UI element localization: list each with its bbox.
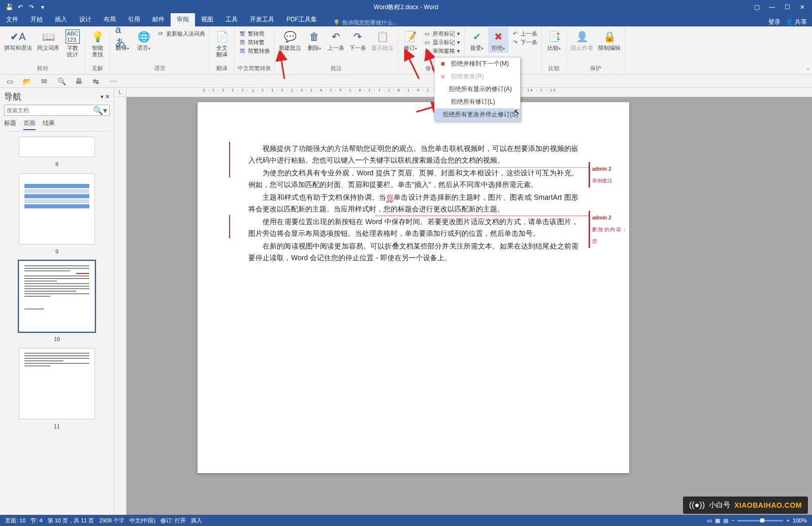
prev-comment-button[interactable]: ↶上一条	[326, 27, 346, 52]
nav-tab-results[interactable]: 结果	[43, 119, 55, 130]
thumb-page-9[interactable]	[19, 173, 95, 244]
collapse-ribbon-icon[interactable]: ⌃	[806, 68, 810, 73]
word-count-button[interactable]: ABC123字数统计	[62, 27, 83, 59]
share-button[interactable]: 👤 共享	[786, 18, 807, 26]
reject-all-stop-tracking[interactable]: 拒绝所有更改并停止修订(S)	[435, 108, 520, 121]
maximize-icon[interactable]: ☐	[781, 4, 794, 11]
status-track[interactable]: 修订: 打开	[160, 517, 186, 524]
thumb-page-10[interactable]	[19, 261, 95, 332]
brand-name: 小白号	[709, 501, 730, 510]
reject-change[interactable]: ✖拒绝更改(R)	[435, 70, 520, 83]
mail-icon[interactable]: ✉	[40, 77, 49, 86]
nav-dropdown-icon[interactable]: ▾ ✕	[101, 94, 110, 100]
view-web-icon[interactable]: ▤	[723, 517, 728, 524]
reject-button[interactable]: ✖拒绝	[488, 27, 508, 53]
view-print-icon[interactable]: ▦	[715, 517, 720, 524]
status-section[interactable]: 节: 4	[30, 517, 42, 524]
thumb-page-11[interactable]	[19, 348, 95, 419]
vertical-ruler[interactable]	[114, 97, 126, 515]
close-icon[interactable]: ✕	[796, 4, 809, 11]
translate-button[interactable]: aあ翻译	[112, 27, 133, 53]
reject-all[interactable]: 拒绝所有修订(L)	[435, 96, 520, 108]
document-area[interactable]: 视频提供了功能强大的方法帮助您证明您的观点。当您单击联机视频时，可以在想要添加的…	[126, 97, 812, 515]
nav-search-input[interactable]	[7, 107, 93, 113]
toggle-icon[interactable]: ↹	[91, 77, 101, 86]
status-page-of[interactable]: 第 10 页，共 11 页	[48, 517, 94, 524]
tell-me-search[interactable]: 💡 告诉我您想要做什么...	[333, 19, 397, 26]
reject-move-next[interactable]: ✖拒绝并移到下一个(M)	[435, 57, 520, 70]
comment-balloon-1[interactable]: admin 2举例批注	[589, 162, 614, 188]
reject-all-shown[interactable]: 拒绝所有显示的修订(A)	[435, 83, 520, 96]
delete-comment-button[interactable]: 🗑删除	[304, 27, 324, 53]
print-icon[interactable]: 🖶	[74, 77, 83, 86]
track-changes-button[interactable]: 📝修订	[400, 27, 420, 53]
comment-balloon-2[interactable]: admin 2删除的内容：您	[589, 211, 629, 248]
block-authors-button[interactable]: 👤阻止作者	[569, 27, 595, 52]
new-doc-icon[interactable]: ▭	[5, 77, 14, 86]
tab-insert[interactable]: 插入	[49, 13, 73, 26]
next-change-button[interactable]: ↷下一条	[509, 38, 539, 47]
trad-to-simp-button[interactable]: 繁繁转简	[237, 29, 272, 38]
update-ime-button[interactable]: ⟳更新输入法词典	[155, 29, 207, 38]
doc-paragraph[interactable]: 为使您的文档具有专业外观，Word 提供了页眉、页脚、封面和文本框设计，这些设计…	[248, 167, 578, 191]
open-icon[interactable]: 📂	[22, 77, 31, 86]
new-comment-button[interactable]: 💬新建批注	[277, 27, 303, 52]
doc-paragraph[interactable]: 视频提供了功能强大的方法帮助您证明您的观点。当您单击联机视频时，可以在想要添加的…	[248, 143, 578, 166]
tab-developer[interactable]: 开发工具	[244, 13, 280, 26]
tab-mailings[interactable]: 邮件	[146, 13, 171, 26]
nav-search[interactable]: 🔍▾	[4, 105, 110, 116]
login-link[interactable]: 登录	[768, 18, 781, 26]
doc-paragraph[interactable]: 使用在需要位置出现的新按钮在 Word 中保存时间。若要更改图片适应文档的方式，…	[248, 216, 578, 239]
next-comment-button[interactable]: ↷下一条	[347, 27, 368, 52]
tab-tools[interactable]: 工具	[219, 13, 244, 26]
status-word-count[interactable]: 2908 个字	[99, 517, 124, 524]
zoom-out-icon[interactable]: −	[731, 517, 734, 523]
compare-button[interactable]: 📑比较	[544, 27, 564, 53]
search-icon[interactable]: 🔍▾	[93, 106, 107, 115]
tab-review[interactable]: 审阅	[171, 13, 195, 26]
thumb-page-8[interactable]	[19, 137, 95, 157]
tab-home[interactable]: 开始	[24, 13, 49, 26]
prev-change-button[interactable]: ↶上一条	[509, 29, 539, 38]
restrict-editing-button[interactable]: 🔒限制编辑	[596, 27, 623, 52]
status-insert[interactable]: 插入	[191, 517, 202, 524]
doc-paragraph[interactable]: 主题和样式也有助于文档保持协调。当你单击设计并选择新的主题时，图片、图表或 Sm…	[248, 192, 578, 215]
thesaurus-button[interactable]: 📖同义词库	[35, 27, 61, 52]
status-page[interactable]: 页面: 10	[5, 517, 25, 524]
save-icon[interactable]: 💾	[5, 3, 13, 11]
navigation-pane: 导航 ▾ ✕ 🔍▾ 标题 页面 结果 8 9	[0, 88, 114, 515]
page-thumbnails: 8 9	[4, 137, 110, 512]
language-button[interactable]: 🌐语言	[134, 27, 154, 53]
view-read-icon[interactable]: ▭	[707, 517, 712, 524]
tab-pdf[interactable]: PDF工具集	[280, 13, 323, 26]
ribbon-options-icon[interactable]: ▢	[750, 4, 763, 11]
doc-paragraph[interactable]: 在新的阅读视图中阅读更加容易。可以折叠文档某些部分并关注所需文本。如果在达到结尾…	[248, 240, 578, 264]
zoom-slider[interactable]	[737, 520, 783, 521]
smart-lookup-button[interactable]: 💡智能查找	[87, 27, 108, 59]
simp-to-trad-button[interactable]: 简简转繁	[237, 38, 272, 47]
minimize-icon[interactable]: —	[765, 4, 778, 11]
zoom-in-icon[interactable]: +	[786, 517, 789, 523]
cn-convert-button[interactable]: 简简繁转换	[237, 47, 272, 55]
accept-button[interactable]: ✔接受	[467, 27, 487, 53]
show-markup-button[interactable]: ▭显示标记 ▾	[421, 38, 462, 47]
qat-more-icon[interactable]: ▾	[39, 3, 47, 11]
spelling-button[interactable]: ✔A拼写和语法	[2, 27, 34, 52]
show-comments-button[interactable]: 📋显示批注	[369, 27, 396, 52]
nav-tab-pages[interactable]: 页面	[23, 119, 36, 130]
reviewing-pane-button[interactable]: ▭审阅窗格 ▾	[421, 47, 462, 55]
display-for-review[interactable]: ▭所有标记 ▾	[421, 29, 462, 38]
document-page[interactable]: 视频提供了功能强大的方法帮助您证明您的观点。当您单击联机视频时，可以在想要添加的…	[198, 102, 629, 473]
nav-tab-headings[interactable]: 标题	[4, 119, 16, 130]
undo-icon[interactable]: ↶	[16, 3, 24, 11]
tab-file[interactable]: 文件	[0, 13, 24, 26]
preview-icon[interactable]: 🔍	[57, 77, 66, 86]
zoom-level[interactable]: 100%	[793, 517, 807, 523]
status-language[interactable]: 中文(中国)	[129, 517, 155, 524]
tab-design[interactable]: 设计	[73, 13, 98, 26]
more-icon[interactable]: ⋯	[109, 77, 118, 86]
redo-icon[interactable]: ↷	[27, 3, 36, 11]
ruler-corner[interactable]: L	[114, 88, 126, 97]
fulltext-translate-button[interactable]: 📄全文翻译	[212, 27, 232, 59]
tab-view[interactable]: 视图	[195, 13, 219, 26]
